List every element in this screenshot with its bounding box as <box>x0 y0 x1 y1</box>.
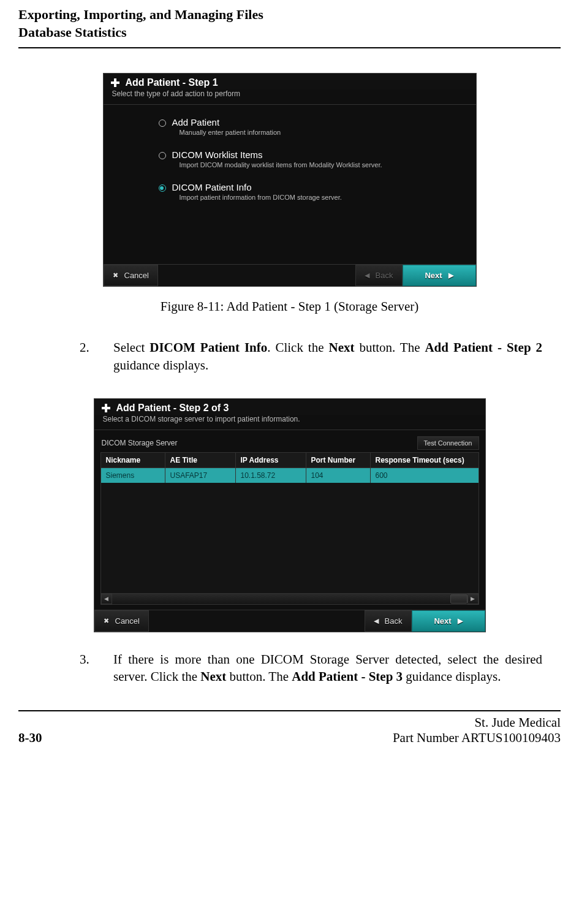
cancel-button[interactable]: ✖ Cancel <box>94 610 149 632</box>
step-number: 2. <box>80 339 113 374</box>
dialog-titlebar: Add Patient - Step 1 <box>104 74 476 89</box>
storage-server-label: DICOM Storage Server <box>102 439 178 447</box>
option-desc: Manually enter patient information <box>172 129 281 136</box>
step-text: guidance displays. <box>113 358 208 373</box>
horizontal-scrollbar[interactable]: ◀ ▶ <box>101 593 479 604</box>
step-number: 3. <box>80 651 113 686</box>
step-2: 2. Select DICOM Patient Info. Click the … <box>80 339 542 374</box>
option-label: DICOM Worklist Items <box>172 150 382 160</box>
back-button[interactable]: ◀ Back <box>365 610 412 632</box>
step-bold: Add Patient - Step 2 <box>425 340 542 355</box>
column-header-ae-title[interactable]: AE Title <box>165 453 236 468</box>
add-patient-step2-dialog: Add Patient - Step 2 of 3 Select a DICOM… <box>94 398 486 632</box>
scroll-left-icon[interactable]: ◀ <box>101 594 112 604</box>
column-header-response-timeout[interactable]: Response Timeout (secs) <box>371 453 479 468</box>
header-line2: Database Statistics <box>18 24 561 42</box>
cell-ip-address: 10.1.58.72 <box>236 468 306 483</box>
server-table: Nickname AE Title IP Address Port Number… <box>100 452 479 605</box>
add-patient-icon <box>110 77 121 88</box>
option-desc: Import DICOM modality worklist items fro… <box>172 161 382 169</box>
back-label: Back <box>385 616 403 626</box>
next-label: Next <box>425 271 442 280</box>
cell-port-number: 104 <box>306 468 371 483</box>
next-button[interactable]: Next ▶ <box>412 610 485 632</box>
dialog-subtitle: Select a DICOM storage server to import … <box>94 415 485 427</box>
option-label: DICOM Patient Info <box>172 182 342 192</box>
cancel-button[interactable]: ✖ Cancel <box>104 265 158 286</box>
back-label: Back <box>376 271 393 280</box>
dialog-title: Add Patient - Step 1 <box>126 77 218 88</box>
add-patient-icon <box>100 403 112 414</box>
option-desc: Import patient information from DICOM st… <box>172 194 342 201</box>
column-header-port-number[interactable]: Port Number <box>306 453 371 468</box>
step-3: 3. If there is more than one DICOM Stora… <box>80 651 542 686</box>
option-add-patient[interactable]: Add Patient Manually enter patient infor… <box>159 117 464 136</box>
footer-divider <box>18 710 561 711</box>
scroll-right-icon[interactable]: ▶ <box>467 594 479 604</box>
arrow-left-icon: ◀ <box>374 617 379 625</box>
step-bold: DICOM Patient Info <box>149 340 267 355</box>
footer-partnumber: Part Number ARTUS100109403 <box>393 730 561 746</box>
add-patient-step1-dialog: Add Patient - Step 1 Select the type of … <box>103 73 477 287</box>
footer-org: St. Jude Medical <box>393 715 561 730</box>
arrow-left-icon: ◀ <box>365 271 369 279</box>
header-line1: Exporting, Importing, and Managing Files <box>18 6 561 24</box>
dialog-titlebar: Add Patient - Step 2 of 3 <box>94 399 485 415</box>
cancel-label: Cancel <box>124 271 149 280</box>
column-header-nickname[interactable]: Nickname <box>101 453 165 468</box>
next-button[interactable]: Next ▶ <box>403 265 476 286</box>
test-connection-button[interactable]: Test Connection <box>417 436 479 450</box>
step-text: Select <box>113 340 149 355</box>
step-bold: Next <box>328 340 354 355</box>
scroll-track[interactable] <box>112 594 467 604</box>
next-label: Next <box>434 616 451 626</box>
radio-icon[interactable] <box>159 119 166 127</box>
dialog-title: Add Patient - Step 2 of 3 <box>116 403 229 414</box>
option-dicom-worklist[interactable]: DICOM Worklist Items Import DICOM modali… <box>159 150 464 169</box>
step-bold: Add Patient - Step 3 <box>292 669 403 684</box>
table-header-row: Nickname AE Title IP Address Port Number… <box>101 453 479 468</box>
step-text: button. The <box>226 669 292 684</box>
cell-response-timeout: 600 <box>371 468 479 483</box>
option-dicom-patient-info[interactable]: DICOM Patient Info Import patient inform… <box>159 182 464 201</box>
figure-caption: Figure 8-11: Add Patient - Step 1 (Stora… <box>18 299 561 314</box>
step-text: . Click the <box>267 340 328 355</box>
arrow-right-icon: ▶ <box>448 271 453 279</box>
cell-ae-title: USAFAP17 <box>165 468 236 483</box>
step-text: guidance displays. <box>403 669 501 684</box>
step-text: button. The <box>354 340 425 355</box>
cell-nickname: Siemens <box>101 468 165 483</box>
table-empty-area <box>101 483 479 593</box>
arrow-right-icon: ▶ <box>458 617 463 625</box>
page-number: 8-30 <box>18 730 42 746</box>
step-bold: Next <box>200 669 226 684</box>
option-label: Add Patient <box>172 117 281 127</box>
radio-icon[interactable] <box>159 152 166 159</box>
column-header-ip-address[interactable]: IP Address <box>236 453 306 468</box>
cancel-label: Cancel <box>115 616 140 626</box>
dialog-subtitle: Select the type of add action to perform <box>104 89 476 102</box>
back-button[interactable]: ◀ Back <box>355 265 403 286</box>
header-divider <box>18 47 561 48</box>
scroll-thumb[interactable] <box>450 594 467 604</box>
close-icon: ✖ <box>113 271 118 279</box>
close-icon: ✖ <box>104 617 109 625</box>
radio-icon-selected[interactable] <box>159 184 166 192</box>
table-row[interactable]: Siemens USAFAP17 10.1.58.72 104 600 <box>101 468 479 483</box>
